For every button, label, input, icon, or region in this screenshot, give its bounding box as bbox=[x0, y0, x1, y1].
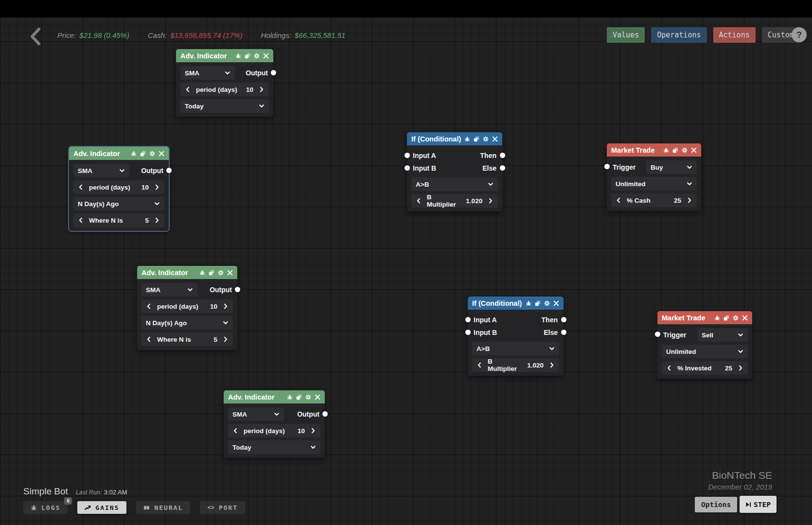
tab-neural[interactable]: NEURAL bbox=[136, 501, 190, 514]
debug-icon[interactable] bbox=[464, 136, 470, 142]
increment-icon[interactable] bbox=[310, 428, 316, 434]
decrement-icon[interactable] bbox=[78, 217, 84, 223]
close-icon[interactable] bbox=[159, 151, 164, 157]
period-stepper[interactable]: period (days) 10 bbox=[228, 424, 320, 438]
limit-select[interactable]: Unlimited bbox=[662, 345, 748, 358]
node-editor-canvas[interactable]: 20.66 19.31 19.31 20.66 true false 0.030… bbox=[0, 0, 812, 525]
amount-stepper[interactable]: % Cash 25 bbox=[611, 193, 697, 207]
timeframe-select[interactable]: N Day(s) Ago bbox=[141, 316, 233, 330]
operations-button[interactable]: Operations bbox=[651, 27, 706, 43]
duplicate-icon[interactable] bbox=[535, 300, 541, 306]
duplicate-icon[interactable] bbox=[245, 53, 250, 59]
settings-icon[interactable] bbox=[682, 147, 688, 153]
duplicate-icon[interactable] bbox=[140, 151, 146, 157]
else-port[interactable] bbox=[561, 330, 566, 335]
decrement-icon[interactable] bbox=[146, 303, 152, 309]
input-a-port[interactable] bbox=[465, 317, 471, 322]
increment-icon[interactable] bbox=[223, 303, 229, 309]
increment-icon[interactable] bbox=[549, 362, 555, 368]
increment-icon[interactable] bbox=[154, 184, 160, 190]
node-header[interactable]: If (Conditional) bbox=[407, 132, 502, 145]
input-b-port[interactable] bbox=[465, 330, 471, 335]
node-if-conditional-2[interactable]: If (Conditional) Input A Then Input B El… bbox=[468, 297, 564, 376]
options-button[interactable]: Options bbox=[695, 497, 737, 512]
output-port[interactable] bbox=[235, 287, 240, 292]
debug-icon[interactable] bbox=[663, 147, 669, 153]
trade-side-select[interactable]: Sell bbox=[697, 328, 748, 342]
node-header[interactable]: Adv. Indicator bbox=[176, 49, 273, 62]
then-port[interactable] bbox=[500, 153, 505, 158]
node-adv-indicator-3[interactable]: Adv. Indicator SMA Output period (days) … bbox=[137, 266, 237, 350]
node-adv-indicator-2[interactable]: Adv. Indicator SMA Output period (days) … bbox=[69, 147, 169, 231]
node-market-trade-1[interactable]: Market Trade Trigger Buy Unlimited bbox=[607, 143, 701, 211]
duplicate-icon[interactable] bbox=[474, 136, 479, 142]
node-if-conditional-1[interactable]: If (Conditional) Input A Then Input B El… bbox=[407, 132, 502, 211]
debug-icon[interactable] bbox=[714, 315, 720, 321]
decrement-icon[interactable] bbox=[146, 336, 152, 342]
node-adv-indicator-4[interactable]: Adv. Indicator SMA Output period (days) … bbox=[224, 390, 325, 458]
indicator-select[interactable]: SMA bbox=[228, 407, 284, 421]
timeframe-select[interactable]: Today bbox=[228, 440, 320, 454]
duplicate-icon[interactable] bbox=[296, 394, 302, 400]
where-n-stepper[interactable]: Where N is 5 bbox=[73, 213, 164, 227]
output-port[interactable] bbox=[322, 411, 328, 417]
then-port[interactable] bbox=[561, 317, 566, 322]
close-icon[interactable] bbox=[492, 136, 498, 142]
close-icon[interactable] bbox=[227, 270, 233, 276]
indicator-select[interactable]: SMA bbox=[180, 66, 235, 80]
values-button[interactable]: Values bbox=[607, 27, 645, 43]
decrement-icon[interactable] bbox=[616, 197, 621, 203]
node-header[interactable]: If (Conditional) bbox=[468, 297, 564, 310]
node-header[interactable]: Adv. Indicator bbox=[69, 147, 169, 160]
b-multiplier-stepper[interactable]: B Multiplier 1.020 bbox=[411, 194, 498, 208]
increment-icon[interactable] bbox=[488, 198, 494, 204]
decrement-icon[interactable] bbox=[185, 87, 191, 92]
debug-icon[interactable] bbox=[199, 270, 205, 276]
period-stepper[interactable]: period (days) 10 bbox=[73, 180, 164, 194]
decrement-icon[interactable] bbox=[416, 198, 422, 204]
increment-icon[interactable] bbox=[154, 217, 160, 223]
duplicate-icon[interactable] bbox=[209, 270, 214, 276]
settings-icon[interactable] bbox=[483, 136, 489, 142]
increment-icon[interactable] bbox=[259, 87, 265, 92]
increment-icon[interactable] bbox=[223, 336, 229, 342]
decrement-icon[interactable] bbox=[666, 365, 672, 371]
output-port[interactable] bbox=[166, 168, 172, 173]
limit-select[interactable]: Unlimited bbox=[611, 177, 697, 191]
node-adv-indicator-1[interactable]: Adv. Indicator SMA Output period (days) … bbox=[176, 49, 273, 117]
where-n-stepper[interactable]: Where N is 5 bbox=[141, 332, 233, 346]
timeframe-select[interactable]: N Day(s) Ago bbox=[73, 197, 164, 210]
indicator-select[interactable]: SMA bbox=[141, 283, 197, 297]
input-a-port[interactable] bbox=[405, 153, 410, 158]
actions-button[interactable]: Actions bbox=[713, 27, 756, 43]
trigger-port[interactable] bbox=[604, 164, 610, 169]
back-button[interactable] bbox=[27, 27, 45, 46]
close-icon[interactable] bbox=[742, 315, 748, 321]
tab-gains[interactable]: GAINS bbox=[77, 501, 126, 514]
decrement-icon[interactable] bbox=[232, 428, 238, 434]
trade-side-select[interactable]: Buy bbox=[646, 160, 697, 174]
indicator-select[interactable]: SMA bbox=[73, 164, 129, 177]
node-market-trade-2[interactable]: Market Trade Trigger Sell Unlimited bbox=[657, 311, 752, 379]
increment-icon[interactable] bbox=[738, 365, 743, 371]
node-header[interactable]: Market Trade bbox=[607, 143, 701, 157]
debug-icon[interactable] bbox=[287, 394, 293, 400]
duplicate-icon[interactable] bbox=[724, 315, 729, 321]
decrement-icon[interactable] bbox=[78, 184, 84, 190]
input-b-port[interactable] bbox=[405, 165, 410, 171]
debug-icon[interactable] bbox=[235, 53, 241, 59]
debug-icon[interactable] bbox=[526, 300, 531, 306]
node-header[interactable]: Adv. Indicator bbox=[224, 390, 325, 403]
settings-icon[interactable] bbox=[254, 53, 260, 59]
node-header[interactable]: Market Trade bbox=[657, 311, 752, 324]
tab-logs[interactable]: LOGS 6 bbox=[23, 501, 68, 514]
duplicate-icon[interactable] bbox=[672, 147, 678, 153]
timeframe-select[interactable]: Today bbox=[180, 99, 269, 113]
decrement-icon[interactable] bbox=[477, 362, 482, 368]
debug-icon[interactable] bbox=[131, 151, 137, 157]
tab-port[interactable]: <> PORT bbox=[200, 501, 245, 514]
period-stepper[interactable]: period (days) 10 bbox=[180, 83, 269, 96]
output-port[interactable] bbox=[271, 70, 276, 75]
help-button[interactable]: ? bbox=[792, 27, 807, 42]
close-icon[interactable] bbox=[315, 394, 320, 400]
